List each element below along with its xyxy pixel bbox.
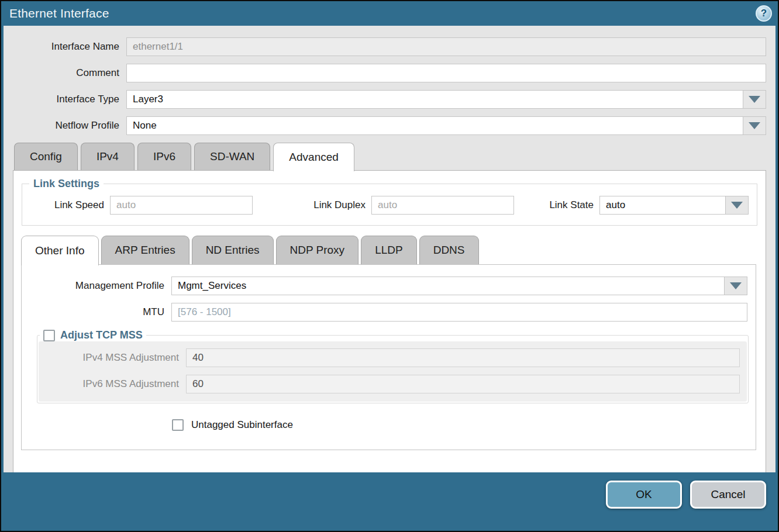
untagged-subinterface-checkbox[interactable]: [172, 419, 184, 431]
ipv6-mss-row: IPv6 MSS Adjustment: [46, 375, 740, 393]
subtab-arp-entries[interactable]: ARP Entries: [101, 236, 189, 264]
ipv6-mss-input: [186, 375, 740, 393]
comment-input[interactable]: [126, 64, 766, 82]
other-info-panel: Management Profile Mgmt_Services MTU: [21, 264, 756, 450]
link-state-select[interactable]: auto: [599, 196, 749, 215]
interface-name-row: Interface Name: [4, 37, 766, 56]
interface-type-value: Layer3: [127, 91, 743, 108]
netflow-profile-label: Netflow Profile: [4, 120, 126, 132]
tab-ipv6[interactable]: IPv6: [137, 143, 191, 170]
chevron-down-icon: [730, 282, 742, 289]
netflow-profile-select[interactable]: None: [126, 116, 766, 135]
comment-row: Comment: [4, 64, 766, 82]
adjust-tcp-mss-fieldset: Adjust TCP MSS IPv4 MSS Adjustment IPv6 …: [37, 329, 749, 403]
adjust-tcp-mss-title: Adjust TCP MSS: [60, 329, 143, 341]
dialog-titlebar: Ethernet Interface ?: [1, 1, 778, 26]
link-state-label: Link State: [549, 199, 599, 211]
interface-type-label: Interface Type: [4, 94, 126, 105]
interface-name-label: Interface Name: [4, 41, 126, 53]
ipv4-mss-label: IPv4 MSS Adjustment: [46, 352, 186, 364]
netflow-profile-row: Netflow Profile None: [4, 116, 766, 135]
chevron-down-icon: [731, 202, 743, 209]
interface-name-input: [126, 37, 766, 56]
mtu-row: MTU: [22, 303, 747, 322]
interface-type-select[interactable]: Layer3: [126, 90, 766, 109]
main-tabs: Config IPv4 IPv6 SD-WAN Advanced: [14, 143, 775, 170]
subtab-ddns[interactable]: DDNS: [419, 236, 479, 264]
subtab-other-info[interactable]: Other Info: [21, 236, 99, 265]
netflow-profile-dropdown-button[interactable]: [743, 117, 766, 134]
interface-type-row: Interface Type Layer3: [4, 90, 766, 109]
ok-button[interactable]: OK: [606, 481, 682, 509]
management-profile-dropdown-button[interactable]: [724, 277, 747, 295]
link-state-value: auto: [600, 196, 725, 214]
sub-tabs: Other Info ARP Entries ND Entries NDP Pr…: [21, 236, 766, 264]
help-icon[interactable]: ?: [756, 5, 772, 22]
tab-config[interactable]: Config: [14, 143, 78, 170]
ethernet-interface-dialog: Ethernet Interface ? Interface Name Comm…: [0, 0, 779, 532]
link-speed-label: Link Speed: [22, 199, 110, 211]
link-settings-row: Link Speed Link Duplex Link State auto: [22, 191, 757, 215]
management-profile-row: Management Profile Mgmt_Services: [22, 277, 747, 295]
chevron-down-icon: [749, 122, 760, 129]
subtab-ndp-proxy[interactable]: NDP Proxy: [276, 236, 359, 264]
comment-label: Comment: [4, 67, 126, 79]
mtu-label: MTU: [22, 306, 171, 318]
help-glyph: ?: [761, 8, 767, 19]
mtu-input[interactable]: [171, 303, 747, 322]
interface-type-dropdown-button[interactable]: [743, 91, 766, 108]
link-settings-legend: Link Settings: [29, 178, 104, 190]
chevron-down-icon: [749, 96, 760, 103]
ipv6-mss-label: IPv6 MSS Adjustment: [46, 378, 186, 390]
tab-ipv4[interactable]: IPv4: [81, 143, 135, 170]
management-profile-value: Mgmt_Services: [172, 277, 724, 295]
dialog-footer: OK Cancel: [1, 472, 778, 531]
adjust-tcp-mss-checkbox[interactable]: [43, 330, 55, 341]
subtab-lldp[interactable]: LLDP: [361, 236, 417, 264]
management-profile-select[interactable]: Mgmt_Services: [171, 277, 747, 295]
link-duplex-label: Link Duplex: [281, 199, 371, 211]
tab-advanced[interactable]: Advanced: [273, 143, 354, 171]
adjust-tcp-mss-legend: Adjust TCP MSS: [40, 329, 146, 341]
advanced-tab-panel: Link Settings Link Speed Link Duplex Lin…: [13, 170, 766, 472]
netflow-profile-value: None: [127, 117, 743, 134]
ipv4-mss-input: [186, 348, 740, 367]
untagged-subinterface-row: Untagged Subinterface: [172, 419, 756, 431]
dialog-body: Interface Name Comment Interface Type La…: [4, 26, 775, 472]
dialog-title: Ethernet Interface: [9, 6, 109, 20]
link-settings-fieldset: Link Settings Link Speed Link Duplex Lin…: [22, 178, 757, 226]
management-profile-label: Management Profile: [22, 280, 171, 292]
cancel-button[interactable]: Cancel: [690, 481, 766, 509]
subtab-nd-entries[interactable]: ND Entries: [192, 236, 274, 264]
mss-disabled-panel: IPv4 MSS Adjustment IPv6 MSS Adjustment: [39, 341, 747, 402]
tab-sdwan[interactable]: SD-WAN: [194, 143, 270, 170]
ipv4-mss-row: IPv4 MSS Adjustment: [46, 348, 740, 367]
untagged-subinterface-label: Untagged Subinterface: [191, 419, 293, 431]
link-state-dropdown-button[interactable]: [725, 196, 748, 214]
link-duplex-input[interactable]: [371, 196, 514, 215]
link-speed-input[interactable]: [110, 196, 253, 215]
